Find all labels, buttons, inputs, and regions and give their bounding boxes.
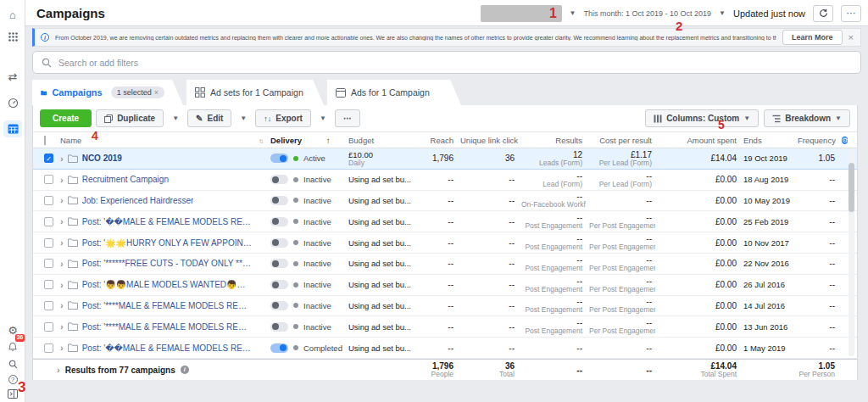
- apps-grid-icon[interactable]: [0, 27, 25, 46]
- table-row[interactable]: ›Post: '****MALE & FEMALE MODELS REQUIRE…: [33, 296, 857, 317]
- home-icon[interactable]: ⌂: [0, 5, 25, 24]
- edit-caret-icon[interactable]: ▼: [236, 114, 251, 122]
- row-checkbox[interactable]: [44, 259, 53, 268]
- campaign-name-link[interactable]: Recruitment Campaign: [82, 175, 169, 184]
- search-input[interactable]: [58, 58, 860, 68]
- cost-per-result-cell: --Per Lead (Form): [586, 171, 655, 188]
- tab-ad-sets[interactable]: Ad sets for 1 Campaign: [186, 80, 324, 105]
- campaign-name-link[interactable]: Job: Experienced Hairdresser: [82, 196, 194, 205]
- select-all-checkbox[interactable]: [44, 136, 46, 145]
- expand-chevron-icon[interactable]: ›: [60, 280, 64, 290]
- column-header-name[interactable]: Name: [57, 136, 255, 145]
- campaign-name-link[interactable]: Post: '��MALE & FEMALE MODELS REQUIRED��…: [82, 217, 252, 226]
- duplicate-caret-icon[interactable]: ▼: [168, 114, 183, 122]
- row-checkbox[interactable]: [44, 238, 53, 248]
- table-row[interactable]: ›Post: '🌟🌟HURRY ONLY A FEW APPOINTMENTS …: [33, 232, 857, 254]
- scrollbar-thumb[interactable]: [849, 163, 854, 212]
- selected-count-pill[interactable]: 1 selected×: [111, 87, 164, 98]
- column-header-delivery[interactable]: Delivery ↑: [267, 136, 345, 145]
- expand-chevron-icon[interactable]: ›: [60, 175, 64, 185]
- info-circle-icon[interactable]: i: [181, 366, 189, 374]
- column-header-unique-link-clicks[interactable]: Unique link clicks: [457, 136, 518, 145]
- table-row[interactable]: ›Post: '****MALE & FEMALE MODELS REQUIRE…: [33, 316, 857, 338]
- column-header-frequency[interactable]: Frequency: [794, 136, 838, 145]
- gauge-icon[interactable]: [0, 93, 25, 112]
- column-header-cost-per-result[interactable]: Cost per result: [586, 136, 655, 145]
- columns-button[interactable]: Columns: Custom ▼: [645, 109, 759, 127]
- expand-chevron-icon[interactable]: ›: [60, 321, 64, 332]
- table-row[interactable]: ›Post: '******FREE CUTS - TODAY ONLY ***…: [33, 254, 857, 275]
- swap-arrows-icon[interactable]: ⇄: [0, 67, 25, 86]
- learn-more-button[interactable]: Learn More: [782, 30, 843, 45]
- row-checkbox[interactable]: [44, 301, 53, 310]
- vertical-scrollbar[interactable]: [849, 149, 854, 356]
- table-row[interactable]: ›Job: Experienced HairdresserInactiveUsi…: [33, 191, 857, 212]
- ads-manager-table-icon[interactable]: [0, 120, 25, 138]
- campaign-toggle[interactable]: [270, 343, 288, 353]
- campaign-name-link[interactable]: Post: '🌟🌟HURRY ONLY A FEW APPOINTMENTS L…: [82, 238, 252, 248]
- row-checkbox[interactable]: [44, 343, 53, 353]
- campaign-name-link[interactable]: Post: '****MALE & FEMALE MODELS REQUIRED…: [82, 322, 252, 332]
- campaign-toggle[interactable]: [270, 322, 288, 332]
- table-row[interactable]: ›Post: '��MALE & FEMALE MODELS REQUIRED�…: [33, 338, 857, 359]
- results-cell: 12Leads (Form): [518, 150, 586, 167]
- column-header-amount-spent[interactable]: Amount spent: [655, 136, 740, 145]
- campaign-name-link[interactable]: Post: '****MALE & FEMALE MODELS REQUIRED…: [82, 301, 252, 310]
- expand-chevron-icon[interactable]: ›: [60, 216, 64, 226]
- campaign-toggle[interactable]: [270, 154, 288, 163]
- column-settings-gear-icon[interactable]: ⚙: [842, 137, 848, 144]
- campaign-name-link[interactable]: Post: '��MALE & FEMALE MODELS REQUIRED��…: [82, 343, 252, 353]
- date-range-caret-icon[interactable]: ▼: [719, 9, 726, 17]
- row-checkbox[interactable]: [44, 322, 53, 332]
- column-header-reach[interactable]: Reach: [418, 136, 457, 145]
- banner-close-icon[interactable]: ×: [849, 32, 854, 42]
- expand-chevron-icon[interactable]: ›: [60, 237, 64, 248]
- campaign-toggle[interactable]: [270, 259, 288, 268]
- row-checkbox[interactable]: [44, 280, 53, 289]
- expand-chevron-icon[interactable]: ›: [60, 195, 64, 205]
- column-header-results[interactable]: Results: [518, 136, 586, 145]
- duplicate-button[interactable]: Duplicate: [96, 109, 164, 127]
- notifications-bell-icon[interactable]: 36: [0, 338, 25, 356]
- row-checkbox[interactable]: [44, 217, 53, 226]
- row-checkbox[interactable]: [44, 175, 53, 184]
- campaign-toggle[interactable]: [270, 301, 288, 310]
- table-row[interactable]: ›Recruitment CampaignInactiveUsing ad se…: [33, 170, 857, 191]
- column-header-budget[interactable]: Budget: [345, 136, 418, 145]
- campaign-name-link[interactable]: NCO 2019: [82, 154, 122, 163]
- footer-expand-chevron[interactable]: ›: [57, 365, 60, 375]
- create-button[interactable]: Create: [40, 109, 92, 127]
- tab-campaigns[interactable]: Campaigns 1 selected×: [32, 80, 183, 105]
- campaign-toggle[interactable]: [270, 280, 288, 289]
- more-options-button[interactable]: ⋯: [841, 5, 861, 22]
- expand-chevron-icon[interactable]: ›: [60, 259, 64, 269]
- refresh-button[interactable]: [813, 5, 833, 22]
- campaign-toggle[interactable]: [270, 196, 288, 205]
- campaign-name-link[interactable]: Post: '******FREE CUTS - TODAY ONLY ****…: [82, 259, 252, 268]
- campaign-name-link[interactable]: Post: '👦👦MALE MODELS WANTED👦👦 We need 3 …: [82, 280, 252, 289]
- expand-chevron-icon[interactable]: ›: [60, 300, 64, 310]
- table-row[interactable]: ✓›NCO 2019Active£10.00Daily1,7963612Lead…: [33, 148, 857, 170]
- export-caret-icon[interactable]: ▼: [315, 114, 331, 122]
- breakdown-button[interactable]: Breakdown ▼: [764, 109, 850, 127]
- sort-icon[interactable]: ↑↓: [259, 137, 262, 145]
- campaign-toggle[interactable]: [270, 217, 288, 226]
- edit-button[interactable]: ✎ Edit: [187, 109, 231, 127]
- cost-per-result-cell: --Per Post Engagement: [586, 234, 655, 251]
- expand-chevron-icon[interactable]: ›: [60, 154, 64, 164]
- row-checkbox[interactable]: [44, 196, 53, 205]
- clear-selection-icon[interactable]: ×: [154, 88, 159, 97]
- expand-chevron-icon[interactable]: ›: [60, 343, 64, 353]
- campaign-toggle[interactable]: [270, 238, 288, 248]
- date-range-selector[interactable]: This month: 1 Oct 2019 - 10 Oct 2019: [583, 9, 711, 18]
- column-header-ends[interactable]: Ends: [740, 136, 794, 145]
- table-row[interactable]: ›Post: '��MALE & FEMALE MODELS REQUIRED�…: [33, 211, 857, 232]
- toolbar-more-button[interactable]: ⋯: [335, 109, 360, 127]
- table-row[interactable]: ›Post: '👦👦MALE MODELS WANTED👦👦 We need 3…: [33, 275, 857, 296]
- tab-ads[interactable]: Ads for 1 Campaign: [327, 80, 461, 105]
- account-caret-icon[interactable]: ▼: [570, 9, 576, 17]
- budget-cell: Using ad set bu...: [345, 343, 418, 353]
- export-button[interactable]: ↑↓ Export: [255, 109, 311, 127]
- campaign-toggle[interactable]: [270, 175, 288, 184]
- row-checkbox[interactable]: ✓: [44, 154, 53, 163]
